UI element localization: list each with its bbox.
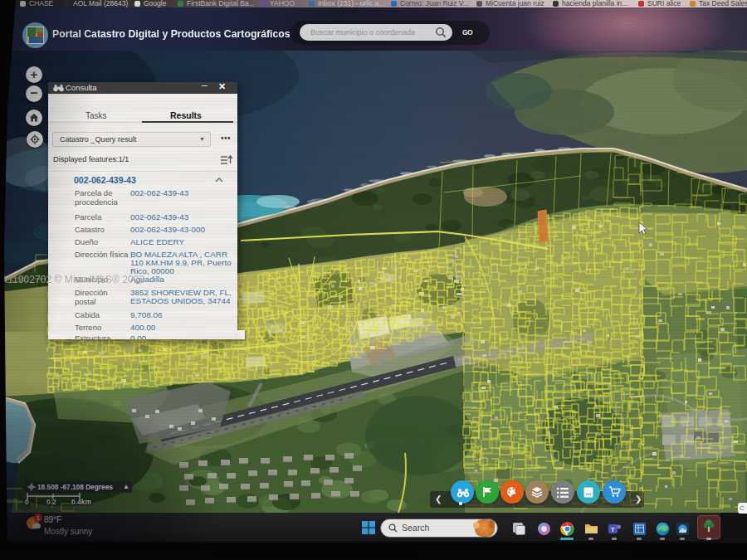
svg-text:T: T [611, 526, 615, 533]
